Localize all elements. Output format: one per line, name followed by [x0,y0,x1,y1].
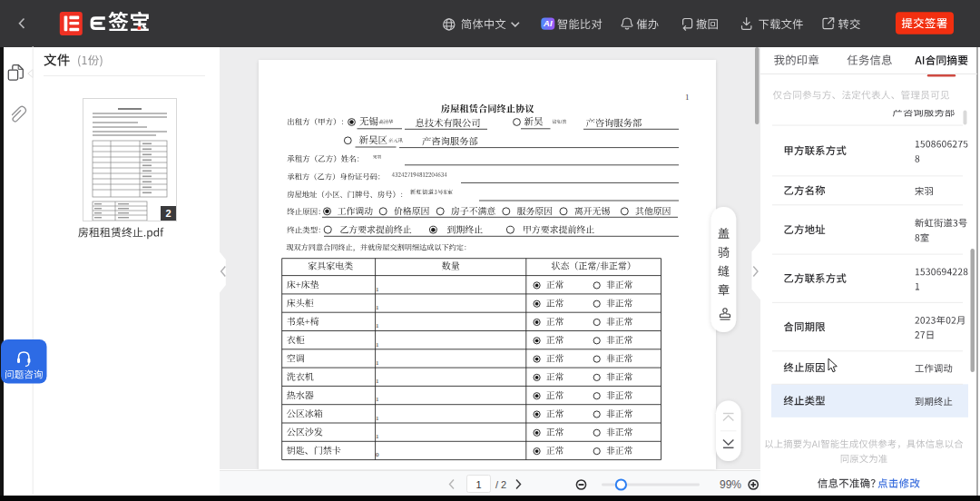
svg-text:AI: AI [543,18,553,28]
svg-text:99%: 99% [720,478,741,491]
svg-text:/ 2: / 2 [495,479,506,490]
svg-text:1: 1 [475,479,481,490]
svg-text:1: 1 [376,286,379,293]
svg-text:1: 1 [376,396,379,403]
svg-text:0: 0 [376,451,379,458]
svg-text:1: 1 [685,93,690,102]
svg-text:1: 1 [376,359,379,367]
svg-text:1: 1 [376,378,379,385]
svg-text:1: 1 [376,415,379,422]
svg-text:1: 1 [376,322,379,329]
svg-text:1: 1 [376,304,379,311]
svg-text:1: 1 [376,433,379,440]
svg-text:1: 1 [376,341,379,349]
